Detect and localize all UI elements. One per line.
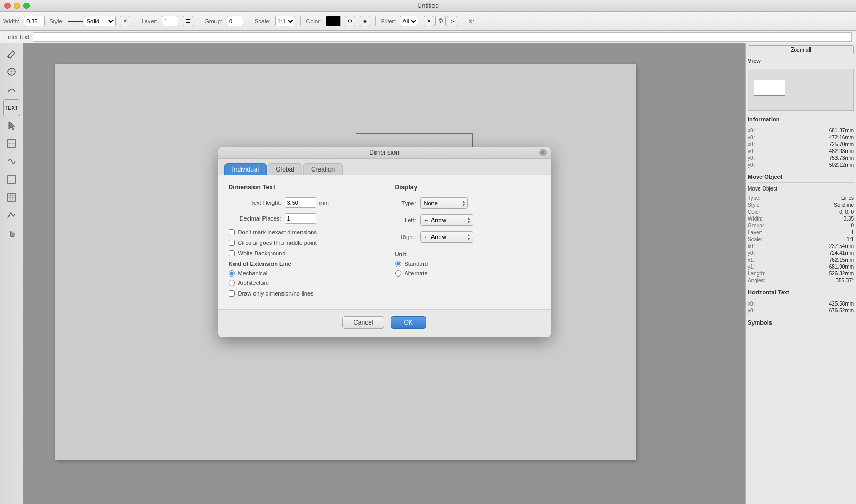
unit-group: Unit Standard Alternate [395,251,540,277]
individual-tab[interactable]: Individual [224,163,267,175]
zoom-all-button[interactable]: Zoom all [748,45,854,54]
scale-select[interactable]: 1:1 [275,16,295,26]
erase-tool[interactable] [3,171,20,188]
layer-input[interactable] [162,16,178,26]
close-button[interactable] [4,3,11,9]
left-row: Left: ← Arrow ← Tick ← Dot ← None [395,214,540,226]
draw-only-row: Draw only dimension/no lines [229,290,374,297]
white-bg-checkbox[interactable] [229,250,235,256]
info-label-x0-1: x0: [748,128,755,134]
dialog-overlay: Dimension ✕ Individual Global Creation D [23,43,745,504]
info-value-x0-1: 681.37mm [829,128,854,134]
text-height-unit: mm [319,199,329,206]
global-tab[interactable]: Global [268,163,302,175]
draw-only-checkbox-row: Draw only dimension/no lines [229,290,374,297]
alternate-radio[interactable] [395,270,401,277]
architecture-label: Architecture [238,280,269,286]
text-height-label: Text Height: [229,199,281,206]
checkbox3-row: White Background [229,250,374,256]
group-input[interactable] [227,16,243,26]
app-title: Untitled [417,2,439,9]
style-label: Style: [49,18,64,24]
mechanical-radio[interactable] [229,270,235,277]
move-object-subtitle: Move Object [748,185,854,194]
dialog-footer: Cancel OK [218,309,551,337]
decimal-places-input[interactable] [285,213,316,224]
symbols-section: Symbols [748,318,854,328]
filter-select[interactable]: All [400,16,418,26]
circular-label: Circular goes thru middle point [238,240,317,246]
multi-line-tool[interactable] [3,207,20,224]
cancel-button[interactable]: Cancel [342,316,384,329]
standard-radio[interactable] [395,261,401,267]
inexact-checkbox[interactable] [229,229,235,235]
info-value-y0-3: 753.73mm [829,155,854,161]
color-picker[interactable] [326,16,341,26]
circle-tool[interactable] [3,63,20,80]
horizontal-text-section: Horizontal Text x0:425.58mm y0:676.52mm [748,288,854,314]
left-select-container: ← Arrow ← Tick ← Dot ← None ▲ ▼ [420,214,473,226]
info-row-y0-4: y0: 502.12mm [748,161,854,168]
minimize-button[interactable] [14,3,20,9]
x-label: X: [468,18,474,24]
circular-checkbox[interactable] [229,240,235,246]
architecture-radio[interactable] [229,280,235,286]
decimal-places-label: Decimal Places: [229,215,281,222]
hand-tool[interactable] [3,225,20,242]
pencil-tool[interactable] [3,45,20,62]
extension-line-title: Kind of Extension Line [229,261,374,267]
info-value-x0-2: 725.70mm [829,141,854,147]
filter-btn2[interactable]: © [435,16,446,26]
filter-btn3[interactable]: ▷ [447,16,457,26]
move-object-title: Move Object [748,173,854,183]
info-row-y0-3: y0: 753.73mm [748,155,854,161]
type-select[interactable]: None Arrow Tick Dot [420,197,468,209]
dialog-content: Dimension Text Text Height: mm Decimal P… [218,175,551,309]
info-label-y0-4: y0: [748,162,755,168]
move-object-section: Move Object Move Object Type:Lines Style… [748,173,854,284]
view-section-title: View [748,56,854,66]
color-extra-button[interactable]: ◈ [360,16,370,26]
info-value-y0-1: 472.16mm [829,135,854,140]
hatch-tool[interactable] [3,189,20,206]
dialog-close-button[interactable]: ✕ [539,149,547,156]
left-arrow-select[interactable]: ← Arrow ← Tick ← Dot ← None [420,214,473,226]
right-label: Right: [395,234,416,240]
clear-style-button[interactable]: ✕ [120,16,130,26]
enter-text-input[interactable] [33,32,852,42]
dimension-tool[interactable] [3,135,20,152]
draw-only-checkbox[interactable] [229,290,235,297]
type-select-container: None Arrow Tick Dot ▲ ▼ [420,197,468,209]
right-arrow-select[interactable]: ← Arrow ← Tick ← Dot ← None [420,231,473,243]
mechanical-label: Mechanical [238,270,268,277]
filter-btn1[interactable]: ✕ [424,16,434,26]
layer-menu-button[interactable]: ☰ [183,16,193,26]
right-panel: Zoom all View Information x0: 681.37mm y… [745,43,856,504]
main-layout: TEXT [0,43,856,504]
maximize-button[interactable] [23,3,30,9]
inexact-label: Don't mark inexact dimensions [238,229,317,235]
canvas-area[interactable]: Dimension ✕ Individual Global Creation D [23,43,745,504]
width-input[interactable] [24,16,45,26]
creation-tab[interactable]: Creation [303,163,343,175]
pointer-tool[interactable] [3,117,20,134]
filter-label: Filter: [381,18,396,24]
dialog-two-col: Dimension Text Text Height: mm Decimal P… [229,184,540,301]
style-select[interactable]: Solid [84,16,116,26]
color-settings-button[interactable]: ⚙ [345,16,355,26]
dimension-dialog: Dimension ✕ Individual Global Creation D [218,147,551,337]
enter-text-label: Enter text: [4,34,31,40]
information-title: Information [748,115,854,125]
titlebar: Untitled [0,0,856,12]
text-height-input[interactable] [285,197,316,208]
left-toolbar: TEXT [0,43,23,504]
dialog-title: Dimension [369,149,399,156]
curve-tool[interactable] [3,81,20,98]
layer-label: Layer: [142,18,158,24]
ok-button[interactable]: OK [391,316,426,329]
info-row-y0-2: y0: 482.93mm [748,148,854,155]
width-label: Width: [3,18,20,24]
spline-tool[interactable] [3,153,20,170]
extension-line-group: Kind of Extension Line Mechanical Archit… [229,261,374,286]
text-tool[interactable]: TEXT [3,99,20,116]
